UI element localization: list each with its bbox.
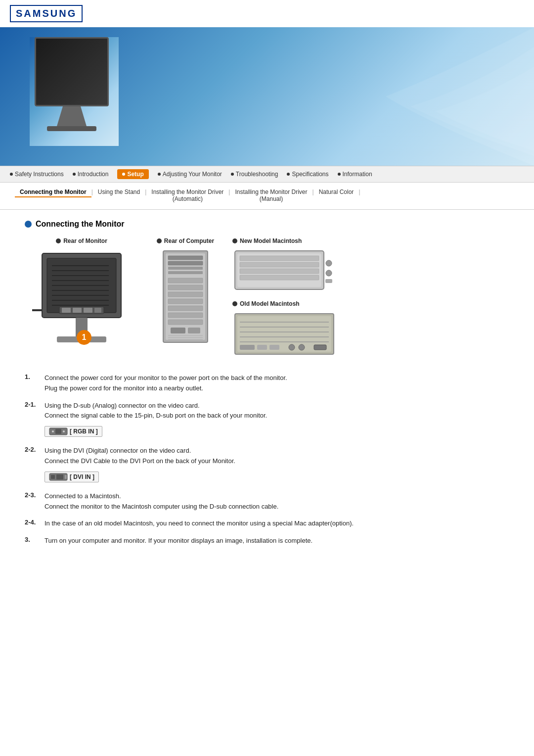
svg-rect-33	[188, 328, 200, 333]
old-mac-svg	[232, 311, 346, 358]
new-mac-label: New Model Macintosh	[232, 237, 302, 244]
old-mac-label: Old Model Macintosh	[232, 300, 300, 307]
nav-item-information[interactable]: Information	[338, 171, 372, 178]
instr-text-1: Connect the power cord for your monitor …	[44, 373, 509, 394]
nav-dot-specifications	[287, 173, 290, 176]
rgb-connector-icon	[49, 427, 68, 435]
instr-text-2-4: In the case of an old model Macintosh, y…	[44, 519, 509, 529]
main-content: Connecting the Monitor Rear of Monitor	[0, 210, 534, 573]
diagram-monitor-rear: Rear of Monitor	[25, 237, 138, 345]
instr-num-2-4: 2-4.	[25, 519, 40, 526]
instruction-2-4: 2-4. In the case of an old model Macinto…	[25, 519, 509, 529]
section-title-row: Connecting the Monitor	[25, 220, 509, 229]
svg-rect-22	[168, 261, 203, 265]
svg-rect-15	[94, 308, 101, 313]
diagram-computer-rear: Rear of Computer	[153, 237, 218, 347]
svg-rect-61	[55, 429, 61, 434]
svg-rect-26	[168, 285, 203, 290]
svg-rect-30	[168, 313, 203, 318]
svg-rect-64	[51, 475, 55, 479]
svg-point-56	[289, 344, 295, 350]
nav-dot-introduction	[73, 173, 76, 176]
rgb-connector-badge: [ RGB IN ]	[44, 426, 102, 437]
instruction-2-1: 2-1. Using the D-sub (Analog) connector …	[25, 401, 509, 422]
sub-nav-driver-manual[interactable]: Installing the Monitor Driver(Manual)	[230, 188, 312, 204]
svg-rect-54	[257, 345, 267, 350]
nav-item-troubleshooting[interactable]: Troubleshooting	[231, 171, 278, 178]
instr-text-3: Turn on your computer and monitor. If yo…	[44, 536, 509, 546]
svg-rect-58	[314, 345, 326, 350]
step-badge: 1	[77, 330, 91, 345]
diagrams-row: Rear of Monitor	[25, 237, 509, 358]
instr-text-2-1: Using the D-sub (Analog) connector on th…	[44, 401, 509, 422]
banner-curves-svg	[287, 27, 534, 166]
svg-rect-28	[168, 299, 203, 304]
instructions-list: 1. Connect the power cord for your monit…	[25, 373, 509, 546]
logo-area: SAMSUNG	[0, 0, 534, 27]
nav-item-adjusting[interactable]: Adjusting Your Monitor	[158, 171, 222, 178]
nav-dot-information	[338, 173, 341, 176]
rgb-badge-row: [ RGB IN ]	[44, 424, 509, 439]
svg-rect-13	[73, 308, 82, 313]
rear-computer-svg	[158, 248, 213, 347]
nav-dot-troubleshooting	[231, 173, 234, 176]
monitor-base-graphic	[57, 106, 87, 126]
svg-rect-31	[168, 320, 203, 325]
svg-rect-32	[171, 328, 185, 333]
nav-item-setup[interactable]: Setup	[117, 169, 148, 179]
sub-nav-driver-auto[interactable]: Installing the Monitor Driver(Automatic)	[146, 188, 228, 204]
svg-rect-65	[56, 474, 63, 479]
sub-nav-sep-5: |	[358, 188, 360, 196]
nav-bar: Safety Instructions Introduction Setup A…	[0, 166, 534, 183]
instr-num-1: 1.	[25, 373, 40, 380]
section-title: Connecting the Monitor	[36, 220, 125, 229]
svg-rect-12	[62, 308, 71, 313]
instr-num-2-1: 2-1.	[25, 401, 40, 408]
svg-rect-55	[269, 345, 279, 350]
svg-rect-39	[240, 256, 319, 261]
svg-rect-25	[168, 278, 203, 283]
instruction-2-3: 2-3. Connected to a Macintosh.Connect th…	[25, 491, 509, 512]
dvi-connector-badge: [ DVI IN ]	[44, 472, 99, 482]
svg-rect-66	[65, 475, 67, 479]
nav-dot-safety	[10, 173, 13, 176]
instr-num-3: 3.	[25, 536, 40, 543]
svg-point-43	[326, 260, 332, 266]
sub-nav: Connecting the Monitor | Using the Stand…	[0, 183, 534, 210]
banner-monitor-image	[30, 37, 119, 146]
new-mac-svg	[232, 248, 346, 293]
svg-rect-42	[240, 275, 319, 280]
instruction-3: 3. Turn on your computer and monitor. If…	[25, 536, 509, 546]
nav-item-safety[interactable]: Safety Instructions	[10, 171, 64, 178]
dvi-badge-row: [ DVI IN ]	[44, 470, 509, 484]
section-title-dot	[25, 221, 32, 228]
svg-point-44	[326, 270, 332, 276]
svg-rect-40	[240, 262, 319, 267]
header-banner	[0, 27, 534, 166]
nav-item-introduction[interactable]: Introduction	[73, 171, 109, 178]
dvi-badge-label: [ DVI IN ]	[70, 473, 94, 480]
svg-rect-41	[240, 269, 319, 274]
sub-nav-natural-color[interactable]: Natural Color	[314, 188, 359, 197]
sub-nav-stand[interactable]: Using the Stand	[93, 188, 145, 197]
mac-new-section: New Model Macintosh	[232, 237, 346, 293]
svg-rect-29	[168, 306, 203, 311]
monitor-screen-graphic	[35, 37, 109, 106]
sub-nav-connecting[interactable]: Connecting the Monitor	[15, 188, 91, 197]
svg-point-57	[299, 344, 305, 350]
monitor-foot-graphic	[47, 126, 96, 131]
svg-rect-21	[168, 256, 203, 260]
rear-computer-label: Rear of Computer	[157, 237, 214, 244]
diagram-mac: New Model Macintosh	[232, 237, 509, 358]
svg-rect-27	[168, 292, 203, 297]
svg-point-60	[52, 430, 54, 432]
svg-point-62	[63, 430, 65, 432]
nav-dot-adjusting	[158, 173, 161, 176]
svg-rect-45	[325, 279, 332, 283]
dvi-connector-icon	[49, 473, 68, 481]
svg-rect-14	[84, 308, 92, 313]
rgb-badge-label: [ RGB IN ]	[70, 428, 98, 435]
svg-rect-23	[168, 267, 203, 270]
nav-item-specifications[interactable]: Specifications	[287, 171, 328, 178]
instr-text-2-2: Using the DVI (Digital) connector on the…	[44, 446, 509, 467]
